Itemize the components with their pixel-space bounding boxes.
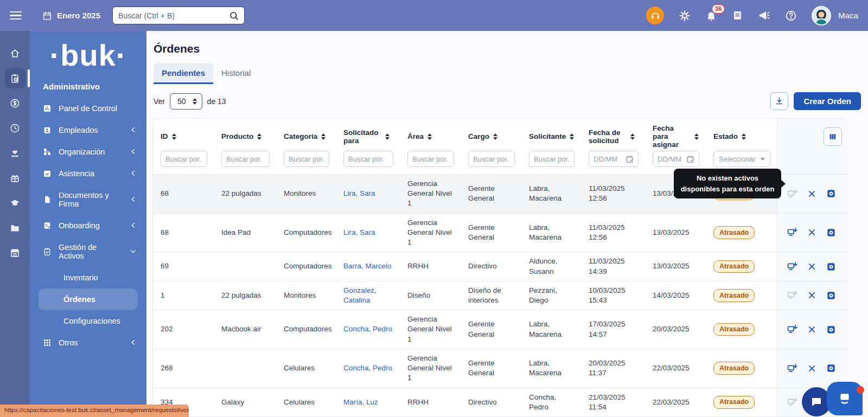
notifications-button[interactable]: 36 — [705, 10, 717, 22]
column-header-solicitado-para[interactable]: Solicitado para — [336, 119, 400, 150]
column-header-producto[interactable]: Producto — [214, 119, 276, 150]
view-order-button[interactable] — [826, 363, 837, 374]
avatar[interactable] — [812, 6, 831, 25]
filter-producto-input[interactable] — [221, 151, 270, 167]
assign-asset-button[interactable] — [787, 227, 798, 238]
sidebar-subitem-configuraciones[interactable]: Configuraciones — [30, 310, 146, 332]
fecha-asignar-input[interactable] — [658, 151, 684, 166]
solicitado-para-link[interactable]: María, Luz — [343, 398, 378, 406]
sidebar-item-otros[interactable]: Otros — [30, 332, 146, 354]
table-row[interactable]: 334 Galaxy Celulares María, Luz RRHH Dir… — [153, 388, 848, 416]
fecha-solicitud-input[interactable] — [593, 151, 623, 166]
rail-benefits-button[interactable] — [5, 168, 25, 188]
cancel-order-button[interactable] — [807, 228, 816, 237]
rail-documents-button[interactable] — [5, 217, 25, 238]
solicitado-para-link[interactable]: Barra, Marcelo — [343, 262, 392, 270]
filter-area-input[interactable] — [407, 151, 454, 167]
assign-asset-button[interactable] — [787, 261, 798, 272]
column-header-categoria[interactable]: Categoría — [276, 119, 336, 150]
sort-icon[interactable] — [321, 133, 326, 140]
settings-button[interactable] — [679, 10, 691, 22]
cancel-order-button[interactable] — [807, 291, 816, 300]
sidebar-item-organizacion[interactable]: Organización — [30, 141, 146, 163]
solicitado-para-link[interactable]: Concha, Pedro — [343, 325, 392, 333]
sort-icon[interactable] — [694, 133, 699, 140]
column-header-area[interactable]: Área — [400, 119, 461, 150]
sidebar-item-documentos-y-firma[interactable]: Documentos y Firma — [30, 184, 146, 215]
sidebar-item-panel-de-control[interactable]: Panel de Control — [30, 98, 146, 119]
assign-asset-button[interactable] — [787, 363, 798, 374]
filter-categoria-input[interactable] — [284, 151, 329, 167]
solicitado-para-link[interactable]: Lira, Sara — [343, 228, 375, 236]
filter-id-input[interactable] — [161, 151, 207, 167]
assign-asset-button[interactable] — [787, 324, 798, 335]
view-order-button[interactable] — [826, 188, 837, 199]
sidebar-item-empleados[interactable]: Empleados — [30, 119, 146, 141]
rail-payroll-button[interactable] — [5, 93, 25, 113]
sort-icon[interactable] — [630, 133, 635, 140]
sort-icon[interactable] — [385, 133, 390, 140]
assistant-button[interactable] — [827, 382, 863, 415]
rail-marketplace-button[interactable] — [5, 242, 25, 263]
filter-solicitado-para-input[interactable] — [343, 151, 393, 167]
cancel-order-button[interactable] — [807, 262, 816, 271]
help-button[interactable] — [785, 10, 797, 22]
notes-button[interactable] — [732, 10, 743, 21]
rail-training-button[interactable] — [5, 193, 25, 213]
sort-icon[interactable] — [493, 133, 497, 140]
sort-icon[interactable] — [172, 133, 176, 140]
view-order-button[interactable] — [826, 261, 837, 272]
column-header-cargo[interactable]: Cargo — [461, 119, 521, 150]
sidebar-item-gestion-de-activos[interactable]: Gestión de Activos — [30, 236, 146, 267]
filter-cargo-input[interactable] — [468, 151, 515, 167]
sort-icon[interactable] — [570, 133, 574, 140]
hamburger-icon[interactable] — [10, 11, 22, 20]
filter-estado-select[interactable]: Seleccionar — [713, 151, 770, 167]
table-row[interactable]: 268 Celulares Concha, Pedro Gerencia Gen… — [153, 349, 848, 388]
solicitado-para-link[interactable]: Gonzalez, Catalina — [343, 286, 376, 304]
column-header-solicitante[interactable]: Solicitante — [521, 119, 581, 150]
view-order-button[interactable] — [826, 290, 837, 301]
assign-asset-button[interactable] — [787, 290, 798, 301]
table-row[interactable]: 1 22 pulgadas Monitores Gonzalez, Catali… — [153, 281, 848, 310]
solicitado-para-link[interactable]: Concha, Pedro — [343, 364, 392, 372]
rail-attendance-button[interactable] — [5, 118, 25, 138]
solicitado-para-link[interactable]: Lira, Sara — [343, 189, 375, 197]
sidebar-subitem-inventario[interactable]: Inventario — [30, 267, 146, 288]
column-header-id[interactable]: ID — [153, 119, 214, 150]
create-order-button[interactable]: Crear Orden — [794, 92, 861, 110]
table-row[interactable]: 69 Computadores Barra, Marcelo RRHH Dire… — [153, 252, 848, 280]
sort-icon[interactable] — [257, 133, 261, 140]
sidebar-subitem-ordenes[interactable]: Órdenes — [39, 288, 138, 310]
search-icon[interactable] — [229, 11, 239, 21]
view-order-button[interactable] — [826, 227, 837, 238]
rail-talent-button[interactable] — [5, 143, 25, 163]
filter-solicitante-input[interactable] — [529, 151, 575, 167]
headset-button[interactable] — [646, 7, 664, 24]
sidebar-item-onboarding[interactable]: Onboarding — [30, 215, 146, 236]
filter-fecha-asignar-date[interactable] — [653, 151, 699, 167]
per-page-select[interactable]: 50 — [170, 93, 202, 110]
cancel-order-button[interactable] — [807, 325, 816, 334]
cancel-order-button[interactable] — [807, 364, 816, 373]
search-input[interactable] — [118, 11, 225, 20]
download-button[interactable] — [770, 92, 788, 110]
sort-icon[interactable] — [742, 133, 746, 140]
column-header-estado[interactable]: Estado — [706, 119, 777, 150]
assign-asset-button[interactable] — [787, 188, 798, 200]
view-order-button[interactable] — [826, 324, 837, 335]
column-picker-button[interactable] — [824, 127, 842, 146]
tab-historial[interactable]: Historial — [213, 63, 259, 84]
rail-asset-management-button[interactable] — [5, 68, 25, 88]
sidebar-item-asistencia[interactable]: Asistencia — [30, 163, 146, 184]
filter-fecha-solicitud-date[interactable] — [589, 151, 639, 167]
column-header-fecha-asignar[interactable]: Fecha para asignar — [645, 119, 706, 150]
sort-icon[interactable] — [427, 133, 432, 140]
table-row[interactable]: 68 Idea Pad Computadores Lira, Sara Gere… — [153, 213, 848, 252]
global-search[interactable] — [112, 7, 245, 24]
user-name[interactable]: Maca — [838, 11, 858, 20]
column-header-fecha-solicitud[interactable]: Fecha de solicitud — [581, 119, 645, 150]
table-row[interactable]: 202 Macbook air Computadores Concha, Ped… — [153, 310, 848, 349]
cancel-order-button[interactable] — [807, 189, 816, 198]
period-selector[interactable]: Enero 2025 — [42, 11, 100, 21]
